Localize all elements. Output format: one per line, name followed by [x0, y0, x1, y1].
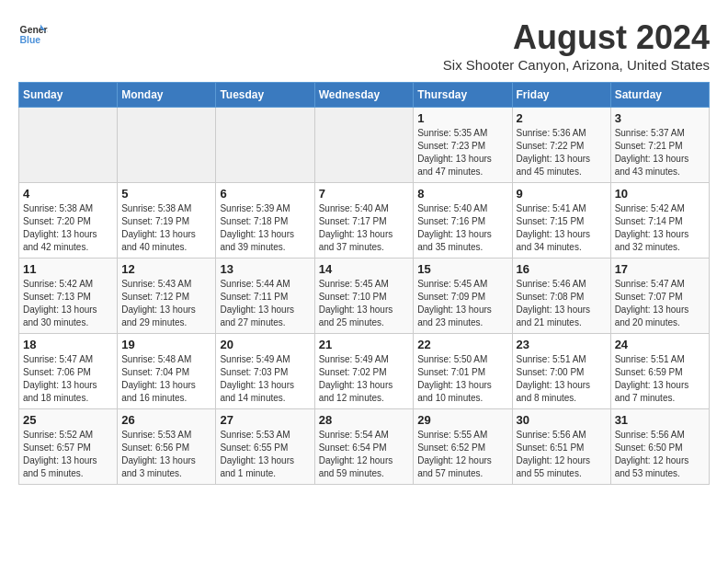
day-info: Sunrise: 5:53 AM Sunset: 6:55 PM Dayligh…	[220, 429, 310, 480]
calendar-week-row: 18Sunrise: 5:47 AM Sunset: 7:06 PM Dayli…	[19, 334, 710, 409]
weekday-header: Monday	[118, 83, 216, 108]
calendar-cell: 30Sunrise: 5:56 AM Sunset: 6:51 PM Dayli…	[512, 409, 610, 485]
day-number: 27	[220, 413, 310, 427]
day-number: 9	[517, 187, 607, 201]
day-info: Sunrise: 5:42 AM Sunset: 7:14 PM Dayligh…	[615, 202, 705, 254]
day-number: 29	[417, 413, 507, 427]
day-number: 22	[417, 338, 507, 351]
logo-icon: General Blue	[18, 18, 48, 48]
day-number: 31	[615, 413, 705, 427]
calendar-cell: 9Sunrise: 5:41 AM Sunset: 7:15 PM Daylig…	[512, 183, 610, 259]
calendar-cell: 6Sunrise: 5:39 AM Sunset: 7:18 PM Daylig…	[216, 183, 314, 259]
day-info: Sunrise: 5:56 AM Sunset: 6:50 PM Dayligh…	[615, 429, 705, 480]
day-number: 30	[517, 413, 607, 427]
day-number: 11	[23, 262, 113, 276]
weekday-header: Tuesday	[216, 83, 314, 108]
calendar-week-row: 1Sunrise: 5:35 AM Sunset: 7:23 PM Daylig…	[19, 108, 710, 183]
weekday-header: Saturday	[610, 83, 709, 108]
day-info: Sunrise: 5:40 AM Sunset: 7:17 PM Dayligh…	[319, 202, 410, 254]
calendar-cell: 14Sunrise: 5:45 AM Sunset: 7:10 PM Dayli…	[314, 259, 414, 334]
calendar-cell	[314, 108, 414, 183]
calendar-week-row: 11Sunrise: 5:42 AM Sunset: 7:13 PM Dayli…	[19, 259, 710, 334]
calendar-cell: 15Sunrise: 5:45 AM Sunset: 7:09 PM Dayli…	[414, 259, 512, 334]
weekday-header: Sunday	[19, 83, 118, 108]
day-number: 7	[319, 187, 410, 201]
calendar-cell: 29Sunrise: 5:55 AM Sunset: 6:52 PM Dayli…	[414, 409, 512, 485]
calendar-week-row: 25Sunrise: 5:52 AM Sunset: 6:57 PM Dayli…	[19, 409, 710, 485]
day-info: Sunrise: 5:54 AM Sunset: 6:54 PM Dayligh…	[319, 429, 410, 480]
day-info: Sunrise: 5:44 AM Sunset: 7:11 PM Dayligh…	[220, 278, 310, 329]
calendar-cell: 7Sunrise: 5:40 AM Sunset: 7:17 PM Daylig…	[314, 183, 414, 259]
logo: General Blue	[18, 18, 48, 48]
title-block: August 2024 Six Shooter Canyon, Arizona,…	[443, 18, 710, 73]
calendar-cell: 24Sunrise: 5:51 AM Sunset: 6:59 PM Dayli…	[610, 334, 709, 409]
calendar-cell: 28Sunrise: 5:54 AM Sunset: 6:54 PM Dayli…	[314, 409, 414, 485]
day-number: 6	[220, 187, 310, 201]
calendar-cell: 31Sunrise: 5:56 AM Sunset: 6:50 PM Dayli…	[610, 409, 709, 485]
day-info: Sunrise: 5:55 AM Sunset: 6:52 PM Dayligh…	[417, 429, 507, 480]
weekday-header-row: SundayMondayTuesdayWednesdayThursdayFrid…	[19, 83, 710, 108]
calendar-cell: 1Sunrise: 5:35 AM Sunset: 7:23 PM Daylig…	[414, 108, 512, 183]
page-header: General Blue August 2024 Six Shooter Can…	[18, 18, 710, 73]
day-info: Sunrise: 5:52 AM Sunset: 6:57 PM Dayligh…	[23, 429, 113, 480]
calendar-cell: 8Sunrise: 5:40 AM Sunset: 7:16 PM Daylig…	[414, 183, 512, 259]
location-subtitle: Six Shooter Canyon, Arizona, United Stat…	[443, 57, 710, 73]
day-info: Sunrise: 5:38 AM Sunset: 7:19 PM Dayligh…	[121, 202, 211, 254]
day-number: 25	[23, 413, 113, 427]
day-info: Sunrise: 5:45 AM Sunset: 7:09 PM Dayligh…	[417, 278, 507, 329]
calendar-cell: 27Sunrise: 5:53 AM Sunset: 6:55 PM Dayli…	[216, 409, 314, 485]
day-info: Sunrise: 5:50 AM Sunset: 7:01 PM Dayligh…	[417, 353, 507, 405]
weekday-header: Friday	[512, 83, 610, 108]
day-info: Sunrise: 5:38 AM Sunset: 7:20 PM Dayligh…	[23, 202, 113, 254]
calendar-cell: 11Sunrise: 5:42 AM Sunset: 7:13 PM Dayli…	[19, 259, 118, 334]
calendar-table: SundayMondayTuesdayWednesdayThursdayFrid…	[18, 82, 710, 485]
calendar-cell: 19Sunrise: 5:48 AM Sunset: 7:04 PM Dayli…	[118, 334, 216, 409]
day-number: 16	[517, 262, 607, 276]
day-number: 15	[417, 262, 507, 276]
day-info: Sunrise: 5:47 AM Sunset: 7:07 PM Dayligh…	[615, 278, 705, 329]
day-info: Sunrise: 5:41 AM Sunset: 7:15 PM Dayligh…	[517, 202, 607, 254]
day-number: 21	[319, 338, 410, 351]
day-number: 19	[121, 338, 211, 351]
day-number: 5	[121, 187, 211, 201]
day-number: 18	[23, 338, 113, 351]
day-number: 12	[121, 262, 211, 276]
day-info: Sunrise: 5:48 AM Sunset: 7:04 PM Dayligh…	[121, 353, 211, 405]
calendar-cell	[19, 108, 118, 183]
day-number: 26	[121, 413, 211, 427]
calendar-cell: 12Sunrise: 5:43 AM Sunset: 7:12 PM Dayli…	[118, 259, 216, 334]
day-info: Sunrise: 5:53 AM Sunset: 6:56 PM Dayligh…	[121, 429, 211, 480]
month-year-title: August 2024	[443, 18, 710, 57]
day-number: 17	[615, 262, 705, 276]
calendar-week-row: 4Sunrise: 5:38 AM Sunset: 7:20 PM Daylig…	[19, 183, 710, 259]
day-number: 2	[517, 111, 607, 125]
day-number: 20	[220, 338, 310, 351]
day-info: Sunrise: 5:37 AM Sunset: 7:21 PM Dayligh…	[615, 127, 705, 178]
day-info: Sunrise: 5:56 AM Sunset: 6:51 PM Dayligh…	[517, 429, 607, 480]
calendar-cell: 20Sunrise: 5:49 AM Sunset: 7:03 PM Dayli…	[216, 334, 314, 409]
day-number: 13	[220, 262, 310, 276]
calendar-cell: 18Sunrise: 5:47 AM Sunset: 7:06 PM Dayli…	[19, 334, 118, 409]
calendar-cell: 21Sunrise: 5:49 AM Sunset: 7:02 PM Dayli…	[314, 334, 414, 409]
calendar-cell: 3Sunrise: 5:37 AM Sunset: 7:21 PM Daylig…	[610, 108, 709, 183]
day-info: Sunrise: 5:36 AM Sunset: 7:22 PM Dayligh…	[517, 127, 607, 178]
day-info: Sunrise: 5:39 AM Sunset: 7:18 PM Dayligh…	[220, 202, 310, 254]
calendar-cell: 10Sunrise: 5:42 AM Sunset: 7:14 PM Dayli…	[610, 183, 709, 259]
weekday-header: Wednesday	[314, 83, 414, 108]
day-info: Sunrise: 5:49 AM Sunset: 7:03 PM Dayligh…	[220, 353, 310, 405]
calendar-cell	[216, 108, 314, 183]
day-number: 10	[615, 187, 705, 201]
day-number: 14	[319, 262, 410, 276]
calendar-cell: 2Sunrise: 5:36 AM Sunset: 7:22 PM Daylig…	[512, 108, 610, 183]
day-info: Sunrise: 5:46 AM Sunset: 7:08 PM Dayligh…	[517, 278, 607, 329]
day-number: 24	[615, 338, 705, 351]
calendar-cell: 17Sunrise: 5:47 AM Sunset: 7:07 PM Dayli…	[610, 259, 709, 334]
day-info: Sunrise: 5:45 AM Sunset: 7:10 PM Dayligh…	[319, 278, 410, 329]
calendar-cell: 5Sunrise: 5:38 AM Sunset: 7:19 PM Daylig…	[118, 183, 216, 259]
day-info: Sunrise: 5:35 AM Sunset: 7:23 PM Dayligh…	[417, 127, 507, 178]
calendar-cell: 16Sunrise: 5:46 AM Sunset: 7:08 PM Dayli…	[512, 259, 610, 334]
calendar-cell: 26Sunrise: 5:53 AM Sunset: 6:56 PM Dayli…	[118, 409, 216, 485]
day-info: Sunrise: 5:40 AM Sunset: 7:16 PM Dayligh…	[417, 202, 507, 254]
day-info: Sunrise: 5:49 AM Sunset: 7:02 PM Dayligh…	[319, 353, 410, 405]
day-info: Sunrise: 5:51 AM Sunset: 7:00 PM Dayligh…	[517, 353, 607, 405]
